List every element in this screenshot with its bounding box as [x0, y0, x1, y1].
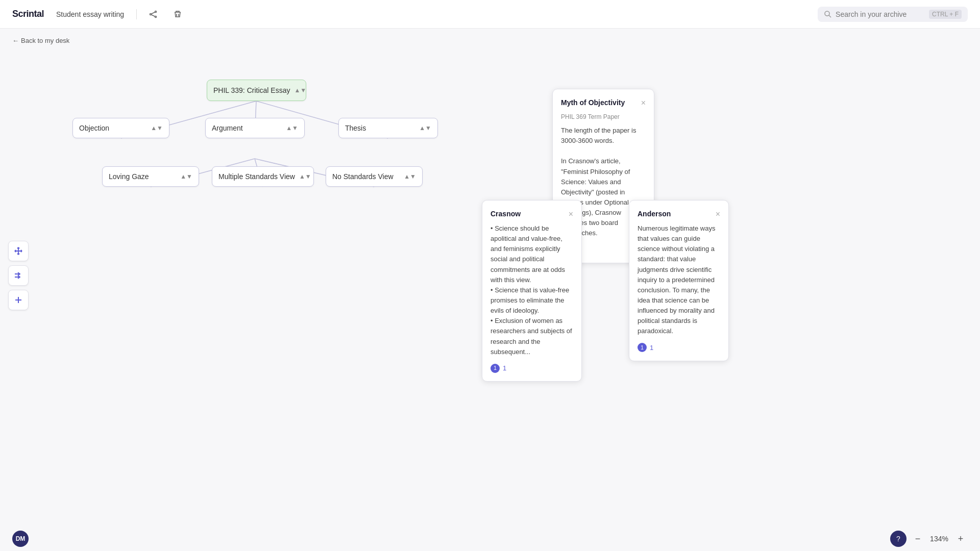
card-anderson-title: Anderson — [638, 209, 671, 219]
move-tool-button[interactable] — [8, 241, 29, 261]
add-tool-button[interactable] — [8, 290, 29, 310]
card-myth-subtitle: PHIL 369 Term Paper — [561, 112, 646, 121]
search-input[interactable] — [836, 10, 925, 18]
delete-button[interactable] — [169, 6, 186, 22]
card-crasnow-badge: 1 — [491, 364, 500, 373]
card-myth-title: Myth of Objectivity — [561, 97, 625, 108]
search-bar[interactable]: CTRL + F — [818, 7, 968, 22]
node-loving-gaze-chevron: ▲▼ — [180, 173, 192, 180]
card-anderson-badge: 1 — [638, 343, 647, 352]
back-link-label: Back to my desk — [21, 37, 69, 44]
svg-line-6 — [829, 15, 831, 17]
topbar: Scrintal Student essay writing CTRL + F — [0, 0, 980, 29]
svg-point-0 — [155, 11, 157, 12]
card-anderson-footer: 1 1 — [638, 343, 720, 353]
svg-point-1 — [150, 13, 152, 15]
node-multiple-standards[interactable]: Multiple Standards View ▲▼ — [212, 166, 314, 187]
node-thesis[interactable]: Thesis ▲▼ — [338, 118, 438, 138]
node-root-chevron: ▲▼ — [294, 87, 306, 94]
node-multiple-standards-chevron: ▲▼ — [299, 173, 311, 180]
canvas: PHIL 339: Critical Essay ▲▼ Objection ▲▼… — [0, 29, 980, 551]
card-myth-header: Myth of Objectivity × — [561, 97, 646, 108]
search-icon — [824, 10, 831, 18]
card-crasnow-badge-count: 1 — [503, 363, 506, 373]
node-argument-chevron: ▲▼ — [286, 124, 298, 132]
card-crasnow-body: • Science should be apolitical and value… — [491, 223, 573, 357]
node-objection[interactable]: Objection ▲▼ — [72, 118, 169, 138]
node-thesis-label: Thesis — [345, 124, 366, 132]
document-title[interactable]: Student essay writing — [52, 8, 128, 20]
back-link[interactable]: ← Back to my desk — [12, 37, 69, 44]
zoom-controls: ? − 134% + — [890, 531, 968, 547]
svg-line-4 — [151, 14, 155, 16]
card-crasnow-footer: 1 1 — [491, 363, 573, 373]
svg-point-5 — [825, 11, 829, 16]
node-argument[interactable]: Argument ▲▼ — [205, 118, 305, 138]
node-loving-gaze[interactable]: Loving Gaze ▲▼ — [102, 166, 199, 187]
search-shortcut: CTRL + F — [929, 10, 962, 19]
svg-line-3 — [151, 12, 155, 13]
card-anderson: Anderson × Numerous legitimate ways that… — [629, 200, 729, 361]
card-anderson-header: Anderson × — [638, 209, 720, 219]
node-no-standards[interactable]: No Standards View ▲▼ — [326, 166, 423, 187]
card-anderson-close-button[interactable]: × — [716, 210, 720, 218]
card-crasnow-title: Crasnow — [491, 209, 521, 219]
node-thesis-chevron: ▲▼ — [419, 124, 431, 132]
node-root[interactable]: PHIL 339: Critical Essay ▲▼ — [207, 80, 306, 101]
card-crasnow: Crasnow × • Science should be apolitical… — [482, 200, 582, 382]
shuffle-tool-button[interactable] — [8, 265, 29, 286]
zoom-level: 134% — [929, 535, 949, 543]
side-tools — [8, 241, 29, 310]
card-myth-close-button[interactable]: × — [641, 99, 646, 107]
app-logo: Scrintal — [12, 9, 44, 19]
card-crasnow-header: Crasnow × — [491, 209, 573, 219]
zoom-out-button[interactable]: − — [911, 532, 925, 546]
zoom-in-button[interactable]: + — [953, 532, 968, 546]
card-anderson-body: Numerous legitimate ways that values can… — [638, 223, 720, 337]
help-button[interactable]: ? — [890, 531, 906, 547]
card-anderson-badge-count: 1 — [650, 343, 653, 353]
bottombar: DM ? − 134% + — [0, 527, 980, 551]
user-avatar: DM — [12, 531, 29, 547]
svg-point-2 — [155, 16, 157, 17]
back-arrow-icon: ← — [12, 37, 19, 44]
node-root-label: PHIL 339: Critical Essay — [213, 86, 290, 94]
node-loving-gaze-label: Loving Gaze — [109, 172, 149, 181]
share-button[interactable] — [145, 6, 161, 22]
node-objection-chevron: ▲▼ — [151, 124, 163, 132]
node-no-standards-chevron: ▲▼ — [404, 173, 416, 180]
node-multiple-standards-label: Multiple Standards View — [218, 172, 295, 181]
node-objection-label: Objection — [79, 124, 109, 132]
node-no-standards-label: No Standards View — [332, 172, 394, 181]
card-crasnow-close-button[interactable]: × — [569, 210, 573, 218]
topbar-divider — [136, 9, 137, 19]
node-argument-label: Argument — [212, 124, 243, 132]
